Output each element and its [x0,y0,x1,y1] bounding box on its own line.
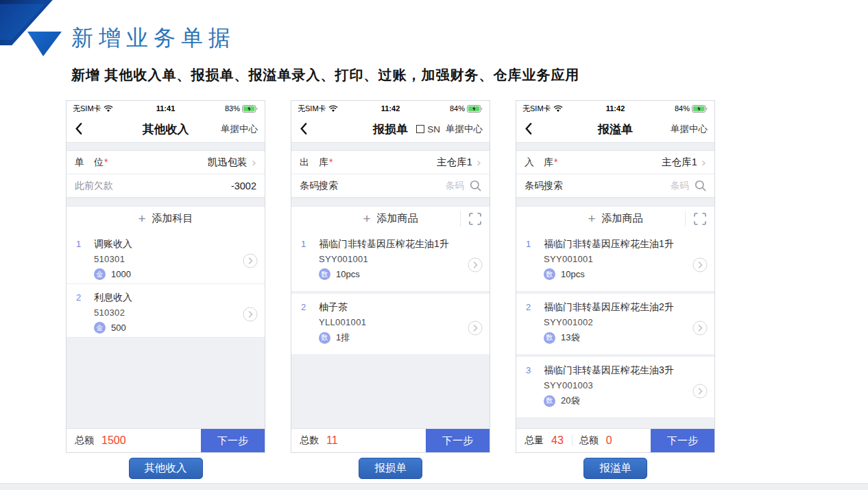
list-item[interactable]: 2 柚子茶 YLL001001 数1排 [291,294,490,354]
totals-bar: 总数 11 下一步 [291,428,490,452]
phone-loss-report: 无SIM卡 11:42 84% 报损单 SN 单据中心 出 库* 主仓库1 › … [291,100,490,453]
item-qty: 13袋 [561,331,579,344]
add-product-button[interactable]: + 添加商品 [291,207,490,231]
circle-chevron-icon[interactable] [468,320,483,336]
item-code: SYY001002 [544,317,690,327]
add-label: 添加商品 [377,212,418,225]
item-list: 1 福临门非转基因压榨花生油1升 SYY001001 数10pcs 2 柚子茶 … [291,231,490,428]
qty-badge: 数 [544,332,555,344]
item-index: 1 [526,238,544,291]
add-label: 添加商品 [602,212,643,225]
add-label: 添加科目 [152,212,193,225]
doc-center-link[interactable]: 单据中心 [446,123,483,135]
status-bar: 无SIM卡 11:42 84% [291,101,490,116]
add-product-button[interactable]: + 添加商品 [516,207,714,231]
clock: 11:41 [67,104,265,113]
next-step-button[interactable]: 下一步 [426,429,490,452]
circle-chevron-icon[interactable] [692,320,708,336]
item-index: 3 [526,364,544,417]
item-code: SYY001003 [544,380,690,390]
plus-icon: + [588,211,595,226]
doc-center-link[interactable]: 单据中心 [221,123,258,135]
circle-chevron-icon[interactable] [243,253,258,268]
field-row-previous-debt: 此前欠款 -3002 [67,174,265,198]
total-value: 0 [606,434,612,447]
amount-badge: 金 [94,268,106,280]
chevron-right-icon: › [701,156,706,169]
item-qty: 1排 [336,331,350,344]
barcode-search-row[interactable]: 条码搜索 条码 [516,174,714,198]
item-amount: 1000 [111,269,131,279]
totals-bar: 总额 1500 下一步 [67,428,265,452]
item-code: YLL001001 [319,317,465,327]
field-row-warehouse-out[interactable]: 出 库* 主仓库1 › [291,151,490,174]
amount-badge: 金 [94,322,106,334]
item-code: 510302 [94,307,240,318]
total-value: 1500 [101,434,126,447]
sn-label: SN [427,124,440,135]
totals-bar: 总量 43 总额 0 下一步 [516,428,714,452]
list-item[interactable]: 2 利息收入 510302 金500 [67,284,265,338]
nav-bar: 报溢单 单据中心 [516,116,714,142]
scan-barcode-icon[interactable] [460,211,490,226]
doc-center-link[interactable]: 单据中心 [671,123,708,135]
chevron-right-icon: › [477,156,481,169]
barcode-input-placeholder[interactable]: 条码 [446,180,464,192]
item-name: 利息收入 [94,292,240,304]
qty-badge: 数 [319,332,330,344]
circle-chevron-icon[interactable] [692,384,708,399]
barcode-search-row[interactable]: 条码搜索 条码 [291,174,490,198]
item-index: 1 [301,238,319,291]
item-name: 福临门非转基因压榨花生油3升 [544,364,690,377]
section-gap [516,142,714,151]
list-item[interactable]: 1 福临门非转基因压榨花生油1升 SYY001001 数10pcs [291,231,490,291]
qty-badge: 数 [544,395,555,407]
item-qty: 10pcs [561,269,585,279]
next-step-button[interactable]: 下一步 [201,429,265,452]
phone-tag-row: 报溢单 [516,458,715,479]
qty-badge: 数 [544,268,555,280]
footer-divider [572,435,572,446]
list-item[interactable]: 2 福临门非转基因压榨花生油2升 SYY001002 数13袋 [516,294,714,354]
circle-chevron-icon[interactable] [243,307,258,322]
required-asterisk: * [104,156,108,167]
field-row-warehouse-in[interactable]: 入 库* 主仓库1 › [516,151,714,174]
field-value: 主仓库1 [437,156,472,169]
add-subject-button[interactable]: + 添加科目 [67,207,265,231]
list-item[interactable]: 1 调账收入 510301 金1000 [67,231,265,284]
circle-chevron-icon[interactable] [468,257,483,272]
phone-tag-row: 其他收入 [66,458,265,479]
item-code: SYY001001 [544,254,690,264]
item-code: SYY001001 [319,254,465,264]
barcode-input-placeholder[interactable]: 条码 [671,180,689,192]
slide-bottom-strip [0,483,868,490]
item-index: 2 [301,301,319,354]
item-list: 1 调账收入 510301 金1000 2 利息收入 510302 金500 [67,231,265,428]
next-step-button[interactable]: 下一步 [651,429,714,452]
section-gap [291,198,490,207]
tag-overflow-report: 报溢单 [583,458,647,479]
item-qty: 10pcs [336,269,360,279]
clock: 11:42 [291,104,490,113]
list-item[interactable]: 3 福临门非转基因压榨花生油3升 SYY001003 数20袋 [516,357,714,417]
item-index: 2 [76,292,94,337]
plus-icon: + [138,211,145,226]
field-row-unit[interactable]: 单 位* 凯迅包装 › [67,151,265,174]
clock: 11:42 [516,104,714,113]
sn-checkbox[interactable] [416,125,424,133]
circle-chevron-icon[interactable] [692,257,708,272]
plus-icon: + [363,211,370,226]
nav-bar: 其他收入 单据中心 [67,116,265,142]
qty-badge: 数 [319,268,330,280]
field-label: 条码搜索 [525,180,563,192]
search-icon[interactable] [470,180,481,191]
item-name: 柚子茶 [319,301,465,314]
scan-barcode-icon[interactable] [685,211,714,226]
search-icon[interactable] [695,180,706,191]
list-item[interactable]: 1 福临门非转基因压榨花生油1升 SYY001001 数10pcs [516,231,714,291]
field-value: 主仓库1 [662,156,697,169]
corner-logo [0,0,69,62]
section-gap [516,198,714,207]
nav-bar: 报损单 SN 单据中心 [291,116,490,142]
item-code: 510301 [94,254,240,264]
